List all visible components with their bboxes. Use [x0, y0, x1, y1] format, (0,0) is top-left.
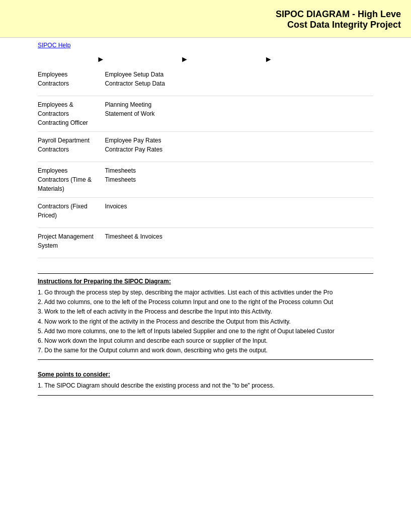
instruction-item: 5. Add two more columns, one to the left… — [38, 327, 373, 336]
header-banner: SIPOC DIAGRAM - High Leve Cost Data Inte… — [0, 0, 411, 38]
sipoc-row: Employees & ContractorsContracting Offic… — [38, 96, 373, 132]
row-1-supplier: Employees & ContractorsContracting Offic… — [38, 100, 105, 127]
sipoc-row: EmployeesContractorsEmployee Setup DataC… — [38, 66, 373, 96]
arrow-1: ► — [79, 55, 121, 64]
arrow-2: ► — [163, 55, 205, 64]
point-item: 1. The SIPOC Diagram should describe the… — [38, 381, 373, 391]
sipoc-row: Project Management SystemTimesheet & Inv… — [38, 228, 373, 258]
instructions-section: Instructions for Preparing the SIPOC Dia… — [38, 273, 373, 360]
arrow-row: ► ► ► — [38, 55, 373, 64]
points-list: 1. The SIPOC Diagram should describe the… — [38, 381, 373, 391]
sipoc-table: EmployeesContractorsEmployee Setup DataC… — [38, 66, 373, 258]
instructions-title: Instructions for Preparing the SIPOC Dia… — [38, 278, 373, 285]
sipoc-row: Payroll DepartmentContractorsEmployee Pa… — [38, 132, 373, 162]
row-4-input: Invoices — [105, 202, 172, 211]
instruction-item: 7. Do the same for the Output column and… — [38, 346, 373, 355]
sipoc-help-link[interactable]: SIPOC Help — [38, 42, 70, 49]
arrow-3: ► — [248, 55, 289, 64]
header-subtitle: Cost Data Integrity Project — [10, 20, 401, 30]
sipoc-row: EmployeesContractors (Time & Materials)T… — [38, 162, 373, 198]
row-3-supplier: EmployeesContractors (Time & Materials) — [38, 166, 105, 193]
points-section: Some points to consider: 1. The SIPOC Di… — [38, 367, 373, 395]
instruction-item: 2. Add two columns, one to the left of t… — [38, 297, 373, 307]
instruction-item: 4. Now work to the right of the activity… — [38, 317, 373, 327]
diagram-area: ► ► ► EmployeesContractorsEmployee Setup… — [0, 55, 411, 258]
row-3-input: TimesheetsTimesheets — [105, 166, 172, 184]
sipoc-row: Contractors (Fixed Priced)Invoices — [38, 198, 373, 228]
row-2-supplier: Payroll DepartmentContractors — [38, 136, 105, 154]
row-1-input: Planning MeetingStatement of Work — [105, 100, 172, 118]
instruction-item: 6. Now work down the Input column and de… — [38, 336, 373, 346]
row-5-input: Timesheet & Invoices — [105, 232, 172, 241]
row-4-supplier: Contractors (Fixed Priced) — [38, 202, 105, 220]
row-2-input: Employee Pay RatesContractor Pay Rates — [105, 136, 172, 154]
instruction-item: 3. Work to the left of each activity in … — [38, 307, 373, 317]
points-title: Some points to consider: — [38, 371, 373, 378]
header-title: SIPOC DIAGRAM - High Leve — [10, 9, 401, 20]
row-0-input: Employee Setup DataContractor Setup Data — [105, 70, 172, 88]
row-0-supplier: EmployeesContractors — [38, 70, 105, 88]
row-5-supplier: Project Management System — [38, 232, 105, 250]
instructions-list: 1. Go through the process step by step, … — [38, 288, 373, 355]
instruction-item: 1. Go through the process step by step, … — [38, 288, 373, 297]
